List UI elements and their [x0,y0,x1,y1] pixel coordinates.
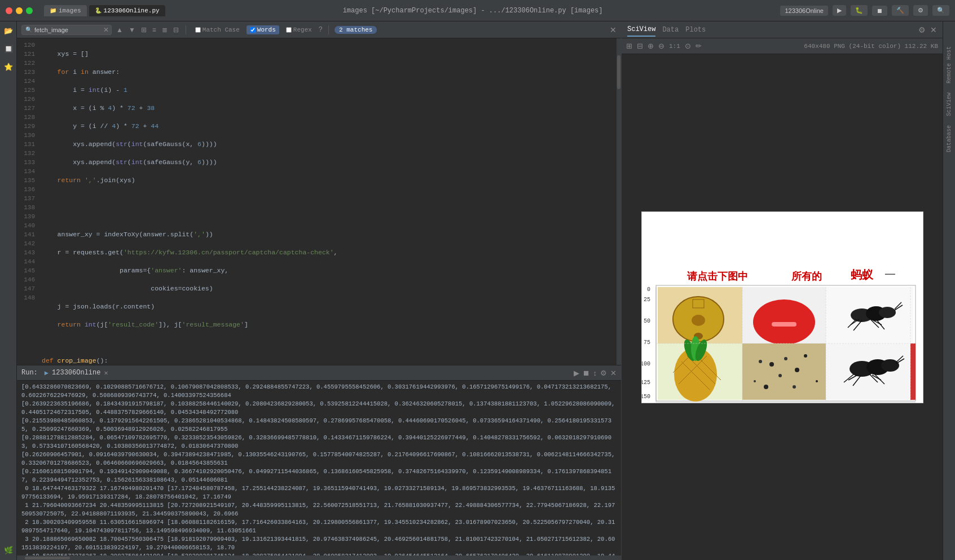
run-config-btn[interactable]: 123306Online [780,6,828,16]
remote-host-label[interactable]: Remote Host [946,44,952,86]
titlebar: 📁 images 🐍 123306Online.py images [~/Pyc… [0,0,955,21]
zoom-reset-btn[interactable]: ⊙ [685,42,691,50]
debug-btn[interactable]: 🐛 [851,5,868,16]
svg-rect-28 [772,322,796,327]
build-btn[interactable]: 🔨 [892,5,909,16]
svg-point-62 [793,385,796,389]
editor-container: 🔍 ✕ ▲ ▼ ⊞ ≡ ≣ ⊟ Match Case Words Regex [17,21,621,560]
right-sidebar: Remote Host SciView Database [943,21,955,560]
grid-btn[interactable]: ⊟ [637,42,643,50]
bottom-panel: Run: ▶ 123306Online ✕ ▶ ⏹ ↕ ⚙ ✕ [0.64332… [17,365,621,560]
clear-search-btn[interactable]: ✕ [102,26,110,34]
run-settings-btn[interactable]: ⚙ [600,369,607,377]
next-match-btn[interactable]: ▼ [127,26,137,34]
structure-icon[interactable]: 🔲 [2,43,15,55]
svg-point-57 [795,368,799,372]
titlebar-right: 123306Online ▶ 🐛 ⏹ 🔨 ⚙ 🔍 [780,5,949,16]
tab-editor[interactable]: 🐍 123306Online.py [89,5,165,16]
scroll-indicator [617,38,621,365]
run-tab-icon: ▶ [45,369,49,377]
expand-btn[interactable]: ≡ [151,26,157,34]
svg-text:75: 75 [643,339,650,346]
maximize-button[interactable] [26,7,33,14]
search-close-btn[interactable]: ✕ [610,25,617,34]
svg-text:125: 125 [641,380,650,386]
run-toolbar: Run: ▶ 123306Online ✕ ▶ ⏹ ↕ ⚙ ✕ [17,365,621,381]
captcha-image-svg: 0 25 50 75 100 125 150 0 50 100 150 200 … [641,211,923,403]
svg-rect-52 [742,343,826,400]
window-title: images [~/PycharmProjects/images] - .../… [343,7,603,15]
zoom-in-btn[interactable]: ⊕ [648,42,654,50]
tab-images-label: images [59,7,81,14]
database-label[interactable]: Database [946,123,952,155]
tab-editor-label: 123306Online.py [104,7,160,14]
svg-point-58 [778,374,782,377]
match-case-checkbox[interactable] [195,27,201,33]
sciview-strip-label[interactable]: SciView [946,90,952,118]
filter-btn[interactable]: ⊞ [140,26,148,34]
paint-btn[interactable]: ✏ [696,42,702,50]
run-close-panel-btn[interactable]: ✕ [610,369,617,377]
svg-point-59 [754,380,756,382]
console-text: [0.6433286070823669, 0.10290885716676712… [21,383,617,555]
sciview-settings-btn[interactable]: ⚙ [918,25,926,34]
svg-point-23 [692,315,705,326]
code-content[interactable]: xys = [] for i in answer: i = int(i) - 1… [39,38,617,365]
favorites-icon[interactable]: ⭐ [2,61,15,73]
svg-point-32 [879,307,896,318]
tab-data[interactable]: Data [662,24,679,36]
minimize-button[interactable] [16,7,23,14]
match-case-label: Match Case [203,27,240,33]
zoom-out-btn[interactable]: ⊖ [658,42,664,50]
close-button[interactable] [6,7,12,14]
words-option[interactable]: Words [247,25,279,34]
console-scrollbar[interactable] [17,555,621,560]
fit-window-btn[interactable]: ⊞ [626,42,632,50]
svg-point-54 [759,360,762,363]
run-btn[interactable]: ▶ [833,5,846,16]
search-global-btn[interactable]: 🔍 [932,5,949,16]
regex-checkbox[interactable] [286,27,292,33]
run-stop-btn[interactable]: ⏹ [583,369,590,377]
sciview-close-btn[interactable]: ✕ [930,25,937,34]
run-tab-close[interactable]: ✕ [104,369,108,377]
collapse-btn[interactable]: ≣ [161,26,169,34]
left-sidebar: 📂 🔲 ⭐ 🌿 [0,21,17,560]
prev-match-btn[interactable]: ▲ [115,26,124,34]
regex-option[interactable]: Regex [283,25,315,34]
svg-point-60 [804,354,807,358]
image-toolbar: ⊞ ⊟ ⊕ ⊖ 1:1 ⊙ ✏ 640x480 PNG (24-bit colo… [622,38,943,54]
match-case-option[interactable]: Match Case [192,25,243,34]
filter2-btn[interactable]: ⊟ [172,26,180,34]
python-icon: 🐍 [95,7,102,14]
titlebar-left: 📁 images 🐍 123306Online.py [6,5,165,16]
svg-text:所有的: 所有的 [791,271,822,282]
image-canvas: 0 25 50 75 100 125 150 0 50 100 150 200 … [622,54,943,560]
search-bar: 🔍 ✕ ▲ ▼ ⊞ ≡ ≣ ⊟ Match Case Words Regex [17,21,621,38]
stop-btn[interactable]: ⏹ [872,6,887,16]
words-checkbox[interactable] [250,27,256,33]
tab-bar: 📁 images 🐍 123306Online.py [44,5,165,16]
code-editor: 120121122123124 125126127128129 13013113… [17,38,621,365]
run-play-btn[interactable]: ▶ [574,369,579,377]
svg-point-61 [764,385,768,389]
tab-images[interactable]: 📁 images [44,5,87,16]
search-input-wrapper: 🔍 ✕ [21,25,112,35]
project-icon[interactable]: 📂 [2,25,15,37]
run-scroll-btn[interactable]: ↕ [593,369,597,377]
svg-text:请点击下图中: 请点击下图中 [687,271,748,282]
svg-text:一: 一 [884,268,896,281]
svg-text:150: 150 [641,394,650,400]
words-label: Words [257,27,276,33]
regex-label: Regex [293,27,312,33]
line-numbers: 120121122123124 125126127128129 13013113… [17,38,39,365]
search-input[interactable] [34,27,102,33]
sciview-actions: ⚙ ✕ [918,25,937,34]
console-output[interactable]: [0.6433286070823669, 0.10290885716676712… [17,381,621,555]
git-icon[interactable]: 🌿 [2,544,15,557]
settings-btn[interactable]: ⚙ [913,5,928,16]
tab-plots[interactable]: Plots [685,24,706,36]
svg-text:50: 50 [643,318,650,324]
right-panel: SciView Data Plots ⚙ ✕ ⊞ ⊟ ⊕ ⊖ 1:1 ⊙ ✏ 6… [621,21,943,560]
tab-sciview[interactable]: SciView [627,23,655,37]
